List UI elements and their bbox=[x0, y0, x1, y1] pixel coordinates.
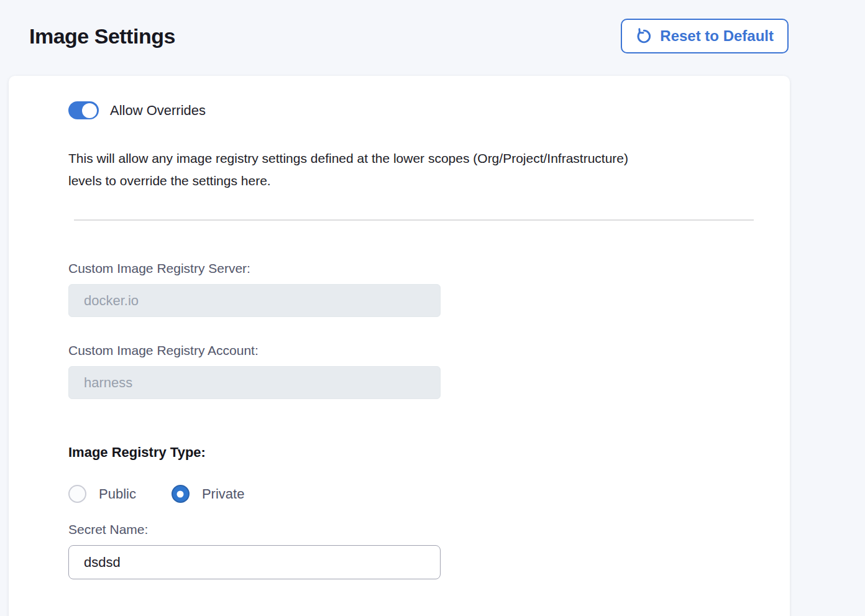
radio-option-private[interactable]: Private bbox=[172, 485, 244, 503]
description-line-1: This will allow any image registry setti… bbox=[68, 151, 628, 165]
radio-option-public[interactable]: Public bbox=[68, 485, 136, 503]
radio-public-icon[interactable] bbox=[68, 485, 86, 503]
registry-account-label: Custom Image Registry Account: bbox=[68, 343, 761, 358]
radio-public-label: Public bbox=[99, 486, 136, 502]
secret-name-label: Secret Name: bbox=[68, 522, 761, 537]
allow-overrides-label: Allow Overrides bbox=[110, 103, 206, 119]
page-header: Image Settings Reset to Default bbox=[0, 0, 865, 55]
registry-account-input bbox=[68, 366, 441, 399]
registry-type-label: Image Registry Type: bbox=[68, 444, 761, 461]
radio-private-label: Private bbox=[202, 486, 244, 502]
toggle-knob-icon bbox=[82, 103, 97, 118]
image-settings-card: Allow Overrides This will allow any imag… bbox=[9, 76, 790, 616]
section-divider bbox=[74, 219, 754, 221]
registry-server-input bbox=[68, 284, 441, 317]
registry-type-radio-group: Public Private bbox=[68, 485, 761, 503]
allow-overrides-row: Allow Overrides bbox=[68, 101, 761, 119]
secret-name-input[interactable] bbox=[68, 545, 441, 579]
reset-icon bbox=[636, 28, 652, 45]
reset-button-label: Reset to Default bbox=[660, 27, 774, 45]
overrides-description: This will allow any image registry setti… bbox=[68, 147, 761, 192]
reset-to-default-button[interactable]: Reset to Default bbox=[621, 19, 789, 53]
allow-overrides-toggle[interactable] bbox=[68, 101, 99, 119]
description-line-2: levels to override the settings here. bbox=[68, 173, 271, 188]
radio-private-icon[interactable] bbox=[172, 485, 190, 503]
page-title: Image Settings bbox=[29, 24, 175, 48]
registry-server-label: Custom Image Registry Server: bbox=[68, 261, 761, 276]
